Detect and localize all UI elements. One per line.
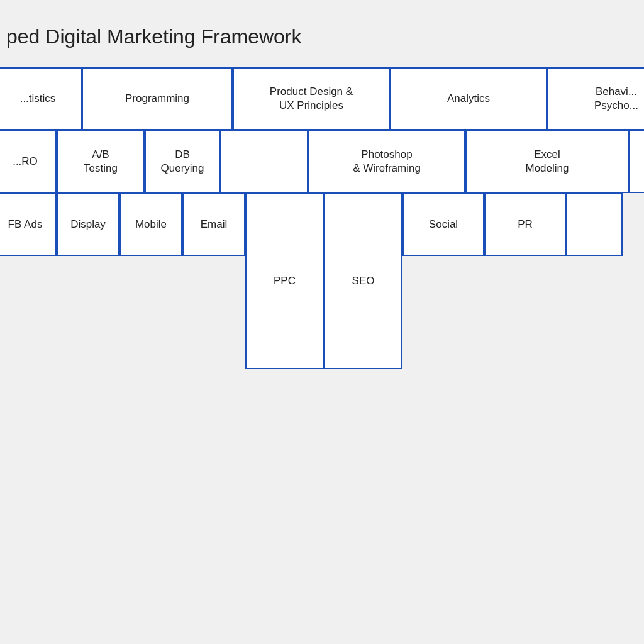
cell-statistics: ...tistics bbox=[0, 67, 82, 130]
cell-email-placeholder bbox=[220, 130, 308, 193]
cell-co: Co... bbox=[629, 130, 644, 193]
framework-container: ...tistics Programming Product Design &U… bbox=[0, 67, 644, 369]
cell-programming: Programming bbox=[82, 67, 233, 130]
cell-ro: ...RO bbox=[0, 130, 57, 193]
cell-extra bbox=[566, 193, 623, 256]
cell-display: Display bbox=[57, 193, 119, 256]
cell-excel: ExcelModeling bbox=[465, 130, 629, 193]
cell-analytics: Analytics bbox=[390, 67, 547, 130]
cell-email: Email bbox=[182, 193, 245, 256]
cell-behavioral: Behavi...Psycho... bbox=[547, 67, 644, 130]
page: ped Digital Marketing Framework ...tisti… bbox=[0, 0, 644, 644]
cell-mobile: Mobile bbox=[119, 193, 182, 256]
cell-db-querying: DBQuerying bbox=[145, 130, 220, 193]
cell-fb-ads: FB Ads bbox=[0, 193, 57, 256]
cell-photoshop: Photoshop& Wireframing bbox=[308, 130, 465, 193]
cell-ab-testing: A/BTesting bbox=[57, 130, 145, 193]
cell-ppc: PPC bbox=[245, 193, 324, 369]
cell-social: Social bbox=[402, 193, 484, 256]
cell-seo: SEO bbox=[324, 193, 402, 369]
cell-product-design: Product Design &UX Principles bbox=[233, 67, 390, 130]
cell-pr: PR bbox=[484, 193, 566, 256]
page-title: ped Digital Marketing Framework bbox=[0, 19, 644, 67]
